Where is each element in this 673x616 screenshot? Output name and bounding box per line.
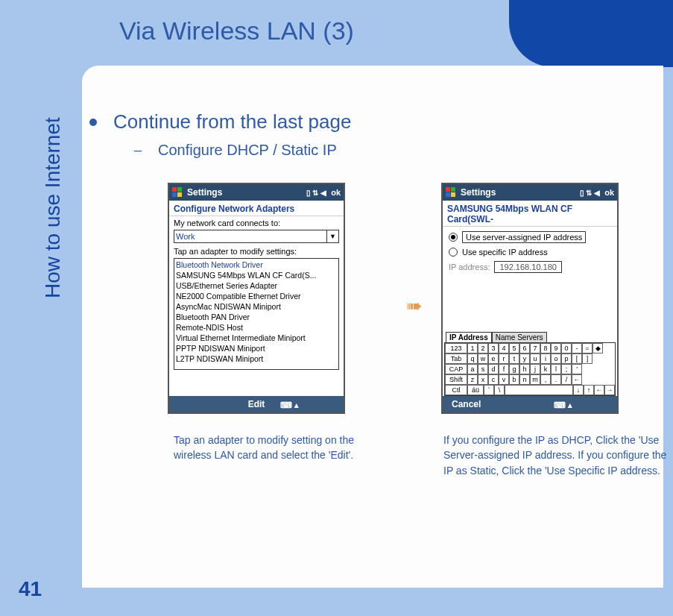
keyboard-key[interactable]: 4 [499, 343, 509, 353]
keyboard-key[interactable]: ← [572, 374, 582, 385]
keyboard-key[interactable]: Tab [445, 353, 467, 364]
keyboard-key[interactable]: 2 [478, 343, 488, 353]
network-dropdown[interactable]: Work ▼ [174, 230, 339, 243]
keyboard-key[interactable]: 8 [540, 343, 551, 353]
keyboard-icon[interactable]: ⌨ ▴ [554, 400, 572, 410]
window-title-bar: Settings ▯ ⇅ ◀ ok [169, 184, 344, 201]
list-item[interactable]: AsyncMac NDISWAN Miniport [176, 301, 337, 312]
list-item[interactable]: Bluetooth PAN Driver [176, 312, 337, 322]
keyboard-key[interactable]: d [488, 364, 499, 374]
keyboard-key[interactable]: ↑ [584, 385, 594, 395]
list-item[interactable]: USB/Ethernet Series Adapter [176, 280, 337, 291]
ok-button[interactable]: ok [604, 188, 614, 197]
keyboard-key[interactable]: 6 [519, 343, 530, 353]
caption-right: If you configure the IP as DHCP, Click t… [443, 433, 667, 478]
keyboard-key[interactable]: [ [572, 353, 582, 364]
keyboard-key[interactable]: r [499, 353, 509, 364]
keyboard-key[interactable]: l [551, 364, 561, 374]
keyboard-key[interactable]: áü [467, 385, 484, 395]
list-item[interactable]: NE2000 Compatible Ethernet Driver [176, 291, 337, 301]
keyboard-key[interactable]: q [467, 353, 478, 364]
tab-name-servers[interactable]: Name Servers [492, 332, 547, 342]
keyboard-key[interactable]: 7 [530, 343, 540, 353]
keyboard-key[interactable]: → [604, 385, 615, 395]
keyboard-key[interactable]: p [561, 353, 572, 364]
keyboard-key[interactable]: e [488, 353, 499, 364]
keyboard-key[interactable]: = [582, 343, 593, 353]
bullet-dot-icon [89, 119, 97, 126]
keyboard-key[interactable]: g [509, 364, 519, 374]
keyboard-key[interactable]: u [530, 353, 540, 364]
bullet-main: Continue from the last page [89, 110, 351, 133]
keyboard-key[interactable]: m [530, 374, 540, 385]
ip-address-label: IP address: [449, 263, 490, 271]
keyboard-key[interactable]: , [540, 374, 551, 385]
list-item[interactable]: Virtual Ethernet Intermediate Miniport [176, 333, 337, 343]
radio-icon[interactable] [449, 233, 458, 242]
keyboard-key[interactable]: ' [572, 364, 582, 374]
keyboard-key[interactable]: y [519, 353, 530, 364]
on-screen-keyboard[interactable]: 1231234567890-=◆ Tabqwertyuiop[] CAPasdf… [444, 342, 616, 396]
keyboard-key[interactable]: . [551, 374, 561, 385]
section-label: How to use Internet [41, 117, 65, 298]
keyboard-key[interactable]: CAP [445, 364, 467, 374]
keyboard-key[interactable]: z [467, 374, 478, 385]
list-item[interactable]: Remote-NDIS Host [176, 322, 337, 333]
keyboard-key[interactable]: - [572, 343, 582, 353]
keyboard-key[interactable]: h [519, 364, 530, 374]
radio-server-assigned[interactable]: Use server-assigned IP address [449, 231, 611, 243]
keyboard-key[interactable]: 123 [445, 343, 467, 353]
list-item[interactable]: L2TP NDISWAN Miniport [176, 353, 337, 364]
keyboard-key[interactable]: 3 [488, 343, 499, 353]
keyboard-key[interactable]: k [540, 364, 551, 374]
keyboard-key[interactable]: ` [484, 385, 494, 395]
radio-icon[interactable] [449, 248, 458, 257]
keyboard-key[interactable]: / [561, 374, 572, 385]
list-item[interactable]: Bluetooth Network Driver [176, 260, 337, 270]
keyboard-key[interactable]: ; [561, 364, 572, 374]
adapter-list[interactable]: Bluetooth Network Driver SAMSUNG 54Mbps … [174, 258, 339, 370]
ip-address-field[interactable]: 192.168.10.180 [494, 261, 561, 273]
keyboard-key[interactable]: 0 [561, 343, 572, 353]
keyboard-icon[interactable]: ⌨ ▴ [280, 400, 299, 410]
footer-bar: Cancel ⌨ ▴ [443, 396, 617, 412]
keyboard-key[interactable] [505, 385, 573, 395]
keyboard-key[interactable]: ↓ [573, 385, 584, 395]
keyboard-key[interactable]: n [519, 374, 530, 385]
status-icons: ▯ ⇅ ◀ [580, 189, 601, 197]
keyboard-key[interactable]: 9 [551, 343, 561, 353]
ok-button[interactable]: ok [331, 188, 341, 197]
tab-ip-address[interactable]: IP Address [446, 332, 492, 342]
dash-icon: – [134, 142, 142, 158]
window-title: Settings [187, 187, 222, 198]
keyboard-key[interactable]: v [499, 374, 509, 385]
keyboard-key[interactable]: c [488, 374, 499, 385]
keyboard-key[interactable]: Ctl [445, 385, 467, 395]
cancel-button[interactable]: Cancel [452, 399, 481, 409]
list-item[interactable]: SAMSUNG 54Mbps WLAN CF Card(S... [176, 270, 337, 280]
keyboard-key[interactable]: s [478, 364, 488, 374]
keyboard-key[interactable]: b [509, 374, 519, 385]
keyboard-key[interactable]: a [467, 364, 478, 374]
chevron-down-icon[interactable]: ▼ [326, 230, 338, 242]
keyboard-key[interactable]: Shift [445, 374, 467, 385]
keyboard-key[interactable]: 1 [467, 343, 478, 353]
keyboard-key[interactable]: t [509, 353, 519, 364]
keyboard-key[interactable]: x [478, 374, 488, 385]
bullet-sub-text: Configure DHCP / Static IP [158, 142, 337, 159]
keyboard-key[interactable]: \ [494, 385, 505, 395]
list-item[interactable]: PPTP NDISWAN Miniport [176, 343, 337, 353]
keyboard-key[interactable]: ← [594, 385, 604, 395]
edit-button[interactable]: Edit [248, 399, 265, 409]
keyboard-key[interactable]: ] [582, 353, 593, 364]
keyboard-key[interactable]: ◆ [593, 343, 603, 353]
radio-specific-ip[interactable]: Use specific IP address [449, 248, 611, 257]
keyboard-key[interactable]: f [499, 364, 509, 374]
keyboard-key[interactable]: o [551, 353, 561, 364]
keyboard-key[interactable]: w [478, 353, 488, 364]
keyboard-key[interactable]: j [530, 364, 540, 374]
corner-decoration [509, 0, 673, 67]
keyboard-key[interactable]: 5 [509, 343, 519, 353]
keyboard-key[interactable]: i [540, 353, 551, 364]
window-title: Settings [461, 187, 496, 198]
